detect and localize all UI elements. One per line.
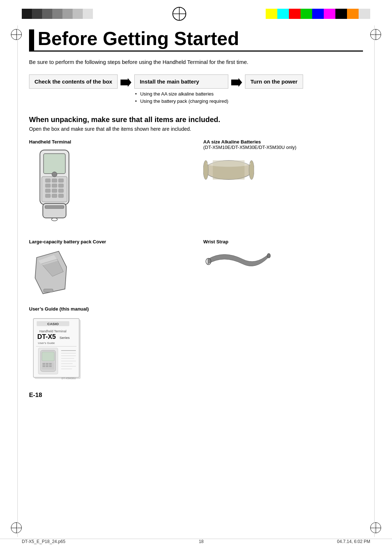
svg-rect-8 xyxy=(45,179,50,182)
top-color-bar xyxy=(0,0,392,21)
svg-rect-14 xyxy=(45,189,50,193)
main-content: Before Getting Started Be sure to perfor… xyxy=(0,25,392,421)
handheld-image xyxy=(29,148,189,228)
items-grid: Handheld Terminal xyxy=(29,139,363,381)
step-2-label: Install the main battery xyxy=(140,78,199,85)
svg-rect-6 xyxy=(44,154,65,174)
reg-mark-bottom-right xyxy=(370,522,381,533)
page-title: Before Getting Started xyxy=(38,28,363,50)
svg-point-31 xyxy=(267,254,270,258)
svg-rect-22 xyxy=(45,206,64,208)
svg-rect-47 xyxy=(46,363,48,365)
svg-text:DT-X5M30U: DT-X5M30U xyxy=(61,377,76,380)
svg-rect-19 xyxy=(58,194,64,198)
black-accent-bar xyxy=(29,29,34,50)
svg-rect-9 xyxy=(52,179,57,182)
reg-mark-top-left xyxy=(11,29,22,40)
users-guide-image: CASIO Handheld Terminal DT-X5 Series Use… xyxy=(29,315,189,381)
step-3-box: Turn on the power xyxy=(245,74,303,89)
item-battery-cover: Large-capacity battery pack Cover xyxy=(29,239,189,295)
footer-center: 18 xyxy=(199,539,204,544)
batteries-label: AA size Alkaline Batteries (DT-X5M10E/DT… xyxy=(203,139,296,150)
page: Before Getting Started Be sure to perfor… xyxy=(0,0,392,555)
intro-text: Be sure to perform the following steps b… xyxy=(29,58,283,66)
wrist-strap-image xyxy=(203,248,363,274)
section-sub: Open the box and make sure that all the … xyxy=(29,126,363,132)
arrow-2 xyxy=(228,78,245,87)
footer-right: 04.7.14, 6:02 PM xyxy=(337,539,370,544)
color-bars xyxy=(266,9,370,19)
svg-marker-3 xyxy=(121,78,131,87)
step-1-label: Check the contents of the box xyxy=(34,78,112,85)
step-1-box: Check the contents of the box xyxy=(29,74,118,89)
black-bars xyxy=(22,9,93,19)
svg-rect-12 xyxy=(52,184,57,187)
batteries-image xyxy=(203,154,363,186)
svg-rect-11 xyxy=(45,184,50,187)
svg-text:Series: Series xyxy=(60,336,70,340)
svg-text:User's Guide: User's Guide xyxy=(38,341,55,345)
handheld-label: Handheld Terminal xyxy=(29,139,71,145)
step-2-container: Install the main battery Using the AA si… xyxy=(134,74,228,105)
right-margin-line xyxy=(374,25,375,537)
svg-point-20 xyxy=(52,172,57,177)
footer: DT-X5_E_P18_24.p65 18 04.7.14, 6:02 PM xyxy=(0,539,392,544)
page-number: E-18 xyxy=(29,392,363,399)
svg-rect-48 xyxy=(49,363,52,365)
svg-text:CASIO: CASIO xyxy=(47,322,59,326)
steps-flow: Check the contents of the box Install th… xyxy=(29,74,363,105)
reg-mark-top-right xyxy=(370,29,381,40)
title-section: Before Getting Started xyxy=(29,28,363,52)
section-heading: When unpacking, make sure that all items… xyxy=(29,116,363,124)
svg-rect-15 xyxy=(52,189,57,193)
svg-rect-13 xyxy=(58,184,64,187)
svg-rect-51 xyxy=(49,365,52,367)
item-handheld: Handheld Terminal xyxy=(29,139,189,228)
wrist-strap-label: Wrist Strap xyxy=(203,239,228,244)
svg-rect-16 xyxy=(58,189,64,193)
svg-point-23 xyxy=(52,218,57,221)
arrow-1 xyxy=(118,78,134,87)
footer-left: DT-X5_E_P18_24.p65 xyxy=(22,539,65,544)
svg-rect-17 xyxy=(45,194,50,198)
bullet-1: Using the AA size alkaline batteries xyxy=(135,91,228,97)
svg-marker-4 xyxy=(231,78,242,87)
item-wrist-strap: Wrist Strap xyxy=(203,239,363,295)
svg-rect-46 xyxy=(42,363,45,365)
center-crosshair xyxy=(172,7,187,21)
svg-rect-18 xyxy=(52,194,57,198)
reg-mark-bottom-left xyxy=(11,522,22,533)
step-2-bullets: Using the AA size alkaline batteries Usi… xyxy=(135,91,228,105)
svg-text:DT-X5: DT-X5 xyxy=(37,333,56,340)
svg-rect-49 xyxy=(42,365,45,367)
battery-cover-image xyxy=(29,248,189,295)
users-guide-label: User’s Guide (this manual) xyxy=(29,306,89,312)
battery-cover-label: Large-capacity battery pack Cover xyxy=(29,239,106,244)
item-batteries: AA size Alkaline Batteries (DT-X5M10E/DT… xyxy=(203,139,363,228)
left-margin-line xyxy=(17,25,18,537)
svg-rect-29 xyxy=(44,289,53,292)
svg-point-28 xyxy=(207,161,251,167)
svg-rect-44 xyxy=(42,352,54,361)
step-2-box: Install the main battery xyxy=(134,74,228,89)
step-3-label: Turn on the power xyxy=(250,78,298,85)
svg-rect-50 xyxy=(46,365,48,367)
item-users-guide: User’s Guide (this manual) CASIO Handhel… xyxy=(29,306,189,381)
svg-text:Handheld Terminal: Handheld Terminal xyxy=(39,329,66,333)
svg-rect-10 xyxy=(58,179,64,182)
bullet-2: Using the battery pack (charging require… xyxy=(135,98,228,105)
